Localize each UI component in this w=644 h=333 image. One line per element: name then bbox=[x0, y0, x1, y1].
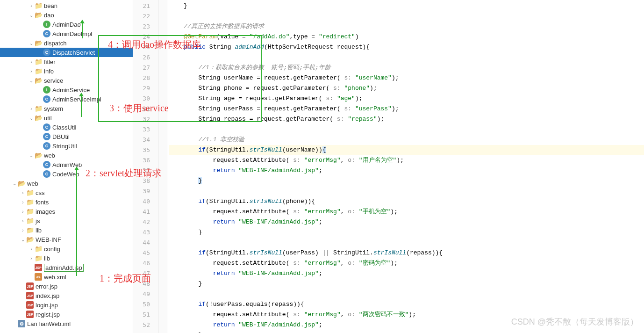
tree-item-adminweb[interactable]: AdminWeb bbox=[0, 160, 133, 169]
code-line[interactable]: //1：获取前台来的参数 账号;密码;手机;年龄 bbox=[169, 63, 644, 73]
tree-item-regist-jsp[interactable]: regist.jsp bbox=[0, 310, 133, 319]
tree-item-dbutil[interactable]: DBUtil bbox=[0, 132, 133, 141]
tree-item-dispatchservlet[interactable]: DispatchServlet bbox=[0, 48, 133, 57]
code-line[interactable]: request.setAttribute( s: "errorMsg", o: … bbox=[169, 155, 644, 166]
tree-label: AdminServiceImpl bbox=[52, 96, 101, 103]
code-line[interactable]: } bbox=[169, 227, 644, 238]
chevron-right-icon[interactable]: › bbox=[28, 246, 35, 252]
code-line[interactable]: //1.1 非空校验 bbox=[169, 135, 644, 145]
tree-item-images[interactable]: ›images bbox=[0, 207, 133, 216]
chevron-right-icon[interactable]: › bbox=[28, 3, 35, 8]
tree-item-codeweb[interactable]: CodeWeb bbox=[0, 169, 133, 179]
code-line[interactable]: return "WEB-INF/adminAdd.jsp"; bbox=[169, 217, 644, 227]
code-line[interactable]: if(StringUtil.strIsNull(phone)){ bbox=[169, 196, 644, 207]
tree-item-admindaoimpl[interactable]: AdminDaoImpl bbox=[0, 29, 133, 38]
code-line[interactable]: //真正的去操作数据库的请求 bbox=[169, 22, 644, 32]
tree-item-util[interactable]: ⌄util bbox=[0, 113, 133, 123]
tree-item-lantianweb-iml[interactable]: LanTianWeb.iml bbox=[0, 319, 133, 328]
line-gutter: 2122232425262728293031323334353637383940… bbox=[133, 0, 159, 333]
chevron-down-icon[interactable]: ⌄ bbox=[28, 116, 35, 121]
code-line[interactable]: request.setAttribute( s: "errorMsg", o: … bbox=[169, 310, 644, 320]
chevron-right-icon[interactable]: › bbox=[28, 106, 35, 111]
tree-item-fonts[interactable]: ›fonts bbox=[0, 197, 133, 207]
tree-item-web[interactable]: ⌄web bbox=[0, 151, 133, 160]
tree-item-login-jsp[interactable]: login.jsp bbox=[0, 300, 133, 310]
tree-item-dispatch[interactable]: ⌄dispatch bbox=[0, 38, 133, 48]
chevron-right-icon[interactable]: › bbox=[20, 228, 26, 233]
chevron-down-icon[interactable]: ⌄ bbox=[28, 78, 35, 83]
code-line[interactable]: if(StringUtil.strIsNull(userName)){ bbox=[169, 145, 644, 155]
tree-label: index.jsp bbox=[36, 292, 59, 299]
tree-item-bean[interactable]: ›bean bbox=[0, 1, 133, 10]
chevron-right-icon[interactable]: › bbox=[20, 200, 26, 205]
tree-item-dao[interactable]: ⌄dao bbox=[0, 10, 133, 20]
code-line[interactable]: return "WEB-INF/adminAdd.jsp"; bbox=[169, 268, 644, 279]
chevron-right-icon[interactable]: › bbox=[28, 59, 35, 65]
code-line[interactable]: @GetParam(value = "/addAd.do",type = "re… bbox=[169, 32, 644, 42]
chevron-down-icon[interactable]: ⌄ bbox=[28, 41, 35, 46]
tree-item-adminservice[interactable]: AdminService bbox=[0, 85, 133, 94]
code-line[interactable]: if(StringUtil.strIsNull(userPass) || Str… bbox=[169, 248, 644, 258]
project-tree[interactable]: ›bean⌄daoAdminDaoAdminDaoImpl⌄dispatchDi… bbox=[0, 0, 133, 333]
chevron-down-icon[interactable]: ⌄ bbox=[28, 153, 35, 158]
tree-label: bean bbox=[44, 2, 57, 9]
code-line[interactable]: } bbox=[169, 176, 644, 186]
chevron-right-icon[interactable]: › bbox=[20, 218, 26, 224]
tree-item-lib[interactable]: ›lib bbox=[0, 253, 133, 263]
tree-item-service[interactable]: ⌄service bbox=[0, 76, 133, 85]
chevron-down-icon[interactable]: ⌄ bbox=[20, 237, 26, 242]
code-line[interactable]: if(!userPass.equals(repass)){ bbox=[169, 299, 644, 310]
folder-icon bbox=[35, 245, 42, 253]
code-line[interactable]: } bbox=[169, 330, 644, 333]
code-line[interactable]: String age = request.getParameter( s: "a… bbox=[169, 94, 644, 104]
tree-item-web-inf[interactable]: ⌄WEB-INF bbox=[0, 235, 133, 244]
chevron-right-icon[interactable]: › bbox=[20, 209, 26, 214]
code-line[interactable] bbox=[169, 186, 644, 196]
tree-item-adminadd-jsp[interactable]: adminAdd.jsp bbox=[0, 263, 133, 272]
code-line[interactable]: return "WEB-INF/adminAdd.jsp"; bbox=[169, 166, 644, 176]
code-line[interactable]: return "WEB-INF/adminAdd.jsp"; bbox=[169, 320, 644, 330]
code-line[interactable]: String userName = request.getParameter( … bbox=[169, 73, 644, 83]
code-line[interactable]: public String adminAdd(HttpServletReques… bbox=[169, 42, 644, 52]
code-line[interactable]: String userPass = request.getParameter( … bbox=[169, 104, 644, 114]
chevron-right-icon[interactable]: › bbox=[28, 69, 35, 74]
code-line[interactable] bbox=[169, 52, 644, 63]
code-line[interactable] bbox=[169, 238, 644, 248]
code-line[interactable] bbox=[169, 124, 644, 135]
tree-item-index-jsp[interactable]: index.jsp bbox=[0, 291, 133, 300]
tree-label: images bbox=[36, 208, 55, 215]
code-area[interactable]: } //真正的去操作数据库的请求 @GetParam(value = "/add… bbox=[167, 0, 644, 333]
tree-item-classutil[interactable]: ClassUtil bbox=[0, 123, 133, 132]
tree-item-system[interactable]: ›system bbox=[0, 104, 133, 113]
chevron-right-icon[interactable]: › bbox=[28, 256, 35, 261]
tree-item-lib[interactable]: ›lib bbox=[0, 225, 133, 235]
tree-item-web[interactable]: ⌄web bbox=[0, 179, 133, 188]
code-line[interactable]: } bbox=[169, 279, 644, 289]
code-line[interactable]: request.setAttribute( s: "errorMsg", o: … bbox=[169, 207, 644, 217]
code-line[interactable]: String repass = request.getParameter( s:… bbox=[169, 114, 644, 124]
code-editor[interactable]: 2122232425262728293031323334353637383940… bbox=[133, 0, 644, 333]
tree-label: lib bbox=[44, 255, 50, 262]
tree-item-info[interactable]: ›info bbox=[0, 66, 133, 76]
code-line[interactable]: request.setAttribute( s: "errorMsg", o: … bbox=[169, 258, 644, 268]
tree-label: AdminService bbox=[52, 87, 90, 94]
tree-item-stringutil[interactable]: StringUtil bbox=[0, 141, 133, 151]
tree-item-web-xml[interactable]: web.xml bbox=[0, 272, 133, 282]
tree-item-fitler[interactable]: ›fitler bbox=[0, 57, 133, 66]
tree-item-css[interactable]: ›css bbox=[0, 188, 133, 197]
tree-item-admindao[interactable]: AdminDao bbox=[0, 20, 133, 29]
code-line[interactable]: } bbox=[169, 1, 644, 11]
tree-item-adminserviceimpl[interactable]: AdminServiceImpl bbox=[0, 94, 133, 104]
chevron-down-icon[interactable]: ⌄ bbox=[28, 13, 35, 18]
tree-item-config[interactable]: ›config bbox=[0, 244, 133, 253]
chevron-right-icon[interactable]: › bbox=[20, 190, 26, 195]
fold-column bbox=[159, 0, 167, 333]
tree-item-js[interactable]: ›js bbox=[0, 216, 133, 225]
tree-item-error-jsp[interactable]: error.jsp bbox=[0, 282, 133, 291]
line-number: 26 bbox=[133, 52, 150, 63]
code-line[interactable]: String phone = request.getParameter( s: … bbox=[169, 83, 644, 94]
code-line[interactable] bbox=[169, 11, 644, 22]
code-line[interactable] bbox=[169, 289, 644, 299]
tree-label: web.xml bbox=[44, 274, 66, 281]
chevron-down-icon[interactable]: ⌄ bbox=[11, 181, 18, 186]
